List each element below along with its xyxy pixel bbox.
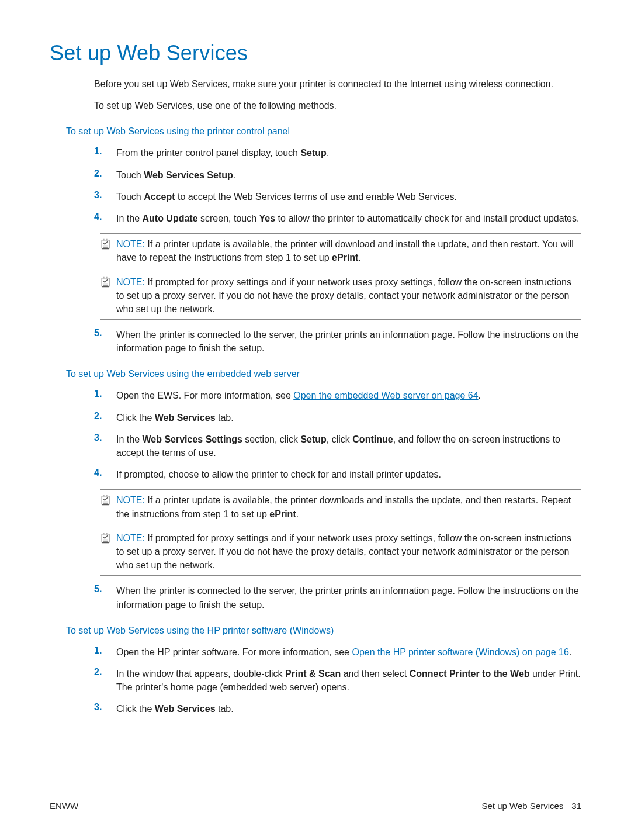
note-block: NOTE: If a printer update is available, … [100, 489, 581, 524]
step: 4. In the Auto Update screen, touch Yes … [94, 212, 581, 225]
text: If prompted for proxy settings and if yo… [116, 533, 571, 570]
step: 1. Open the EWS. For more information, s… [94, 389, 581, 402]
bold-text: Web Services Setup [144, 170, 233, 180]
text: , click [327, 434, 352, 444]
step-number: 1. [94, 645, 116, 659]
step-body: Click the Web Services tab. [116, 411, 581, 424]
text: In the window that appears, double-click [116, 669, 285, 679]
step-body: Touch Accept to accept the Web Services … [116, 190, 581, 203]
step-body: When the printer is connected to the ser… [116, 328, 581, 355]
step-number: 5. [94, 328, 116, 355]
bold-text: Continue [352, 434, 393, 444]
bold-text: Auto Update [142, 213, 197, 223]
step: 3. Touch Accept to accept the Web Servic… [94, 190, 581, 203]
note-label: NOTE: [116, 533, 145, 543]
text: In the [116, 434, 142, 444]
text: Click the [116, 413, 155, 423]
bold-text: Web Services [155, 704, 216, 714]
steps-list-2b: 5. When the printer is connected to the … [94, 584, 581, 611]
note-icon [100, 493, 116, 520]
step-number: 2. [94, 168, 116, 182]
document-page: Set up Web Services Before you set up We… [0, 0, 631, 840]
bold-text: ePrint [332, 253, 358, 262]
step-body: Open the HP printer software. For more i… [116, 645, 581, 659]
step: 5. When the printer is connected to the … [94, 584, 581, 611]
step-number: 2. [94, 411, 116, 424]
text: tab. [216, 413, 234, 423]
note-label: NOTE: [116, 277, 145, 287]
text: . [358, 253, 360, 262]
step-body: Click the Web Services tab. [116, 702, 581, 715]
step: 2. Click the Web Services tab. [94, 411, 581, 424]
note-label: NOTE: [116, 495, 145, 505]
step-number: 3. [94, 702, 116, 715]
text: . [296, 509, 299, 519]
note-icon [100, 237, 116, 264]
text: In the [116, 213, 142, 223]
text: From the printer control panel display, … [116, 148, 300, 158]
note-body: NOTE: If prompted for proxy settings and… [116, 531, 581, 572]
page-content: Before you set up Web Services, make sur… [94, 77, 581, 715]
step: 1. From the printer control panel displa… [94, 146, 581, 160]
step-body: Open the EWS. For more information, see … [116, 389, 581, 402]
section-heading-1: To set up Web Services using the printer… [66, 126, 581, 137]
text: to accept the Web Services terms of use … [175, 192, 457, 202]
step-body: In the Auto Update screen, touch Yes to … [116, 212, 581, 225]
text: If a printer update is available, the pr… [116, 495, 571, 518]
step: 1. Open the HP printer software. For mor… [94, 645, 581, 659]
text: and then select [341, 669, 409, 679]
step-body: Touch Web Services Setup. [116, 168, 581, 182]
text: section, click [242, 434, 301, 444]
bold-text: ePrint [269, 509, 296, 519]
text: . [233, 170, 235, 180]
note-body: NOTE: If a printer update is available, … [116, 493, 581, 520]
bold-text: Connect Printer to the Web [410, 669, 530, 679]
footer-section-title: Set up Web Services [482, 801, 564, 811]
link-open-ews[interactable]: Open the embedded Web server on page 64 [293, 390, 478, 400]
step-number: 2. [94, 667, 116, 694]
note-block: NOTE: If a printer update is available, … [100, 233, 581, 268]
text: Click the [116, 704, 155, 714]
page-footer: ENWW Set up Web Services 31 [50, 801, 581, 811]
note: NOTE: If prompted for proxy settings and… [100, 272, 581, 320]
note: NOTE: If prompted for proxy settings and… [100, 528, 581, 576]
note: NOTE: If a printer update is available, … [100, 234, 581, 268]
step: 4. If prompted, choose to allow the prin… [94, 468, 581, 481]
note-icon [100, 275, 116, 316]
step-body: If prompted, choose to allow the printer… [116, 468, 581, 481]
steps-list-1: 1. From the printer control panel displa… [94, 146, 581, 225]
link-open-software[interactable]: Open the HP printer software (Windows) o… [352, 647, 568, 657]
section-heading-2: To set up Web Services using the embedde… [66, 369, 581, 379]
bold-text: Accept [144, 192, 175, 202]
footer-right: Set up Web Services 31 [482, 801, 581, 811]
intro-paragraph-2: To set up Web Services, use one of the f… [94, 99, 581, 112]
step-body: In the Web Services Settings section, cl… [116, 433, 581, 459]
bold-text: Print & Scan [285, 669, 341, 679]
text: . [569, 647, 571, 657]
step: 3. In the Web Services Settings section,… [94, 433, 581, 459]
step: 2. In the window that appears, double-cl… [94, 667, 581, 694]
bold-text: Web Services Settings [142, 434, 242, 444]
step: 5. When the printer is connected to the … [94, 328, 581, 355]
note-label: NOTE: [116, 239, 145, 249]
bold-text: Setup [300, 434, 326, 444]
step-number: 3. [94, 433, 116, 459]
text: . [327, 148, 329, 158]
note-body: NOTE: If a printer update is available, … [116, 237, 581, 264]
note-block: NOTE: If prompted for proxy settings and… [100, 272, 581, 320]
step-number: 3. [94, 190, 116, 203]
step-number: 5. [94, 584, 116, 611]
note-block: NOTE: If prompted for proxy settings and… [100, 528, 581, 576]
steps-list-2: 1. Open the EWS. For more information, s… [94, 389, 581, 481]
step-body: When the printer is connected to the ser… [116, 584, 581, 611]
steps-list-3: 1. Open the HP printer software. For mor… [94, 645, 581, 716]
text: Touch [116, 170, 144, 180]
step-number: 4. [94, 468, 116, 481]
text: tab. [216, 704, 234, 714]
step-number: 1. [94, 146, 116, 160]
note: NOTE: If a printer update is available, … [100, 490, 581, 524]
text: Open the HP printer software. For more i… [116, 647, 352, 657]
intro-paragraph-1: Before you set up Web Services, make sur… [94, 77, 581, 91]
bold-text: Yes [259, 213, 276, 223]
note-icon [100, 531, 116, 572]
